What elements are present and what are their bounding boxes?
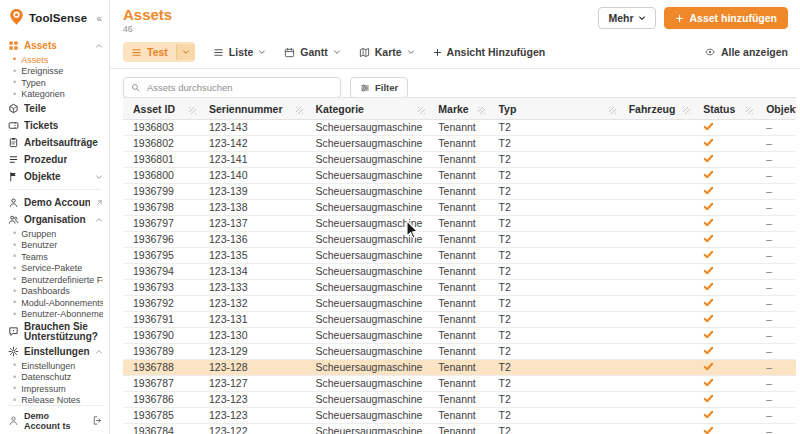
- tab-karte[interactable]: Karte: [359, 46, 415, 58]
- sidebar-item-demo-account[interactable]: Demo Account: [8, 194, 103, 211]
- sidebar-item-teile[interactable]: Teile: [8, 100, 103, 117]
- table-row[interactable]: 1936788123-128ScheuersaugmaschineTenannt…: [123, 360, 796, 376]
- tab-test[interactable]: Test: [123, 42, 195, 62]
- sidebar-item-brauchen-sie-unterstützung[interactable]: Brauchen Sie Unterstützung?: [8, 320, 103, 343]
- sidebar-footer[interactable]: Demo Account ts: [8, 405, 103, 430]
- sidebar-subitem-dashboards[interactable]: •Dashboards: [8, 286, 103, 298]
- table-row[interactable]: 1936793123-133ScheuersaugmaschineTenannt…: [123, 280, 796, 296]
- table-row[interactable]: 1936787123-127ScheuersaugmaschineTenannt…: [123, 376, 796, 392]
- cell-fahrzeug: [619, 360, 693, 376]
- calendar-icon: [284, 47, 295, 58]
- add-view-button[interactable]: Ansicht Hinzufügen: [433, 46, 546, 58]
- sidebar-item-prozedur[interactable]: Prozedur: [8, 151, 103, 168]
- column-header-seriennummer[interactable]: Seriennummer: [199, 98, 306, 120]
- sidebar-subitem-teams[interactable]: •Teams: [8, 251, 103, 263]
- more-button[interactable]: Mehr: [598, 7, 656, 29]
- cell-status: [693, 392, 756, 408]
- table-row[interactable]: 1936798123-138ScheuersaugmaschineTenannt…: [123, 200, 796, 216]
- header-actions: Mehr Asset hinzufügen: [598, 7, 788, 29]
- sidebar-subitem-ereignisse[interactable]: •Ereignisse: [8, 66, 103, 78]
- table-row[interactable]: 1936791123-131ScheuersaugmaschineTenannt…: [123, 312, 796, 328]
- cell-kategorie: Scheuersaugmaschine: [306, 248, 429, 264]
- column-resize-handle[interactable]: [296, 107, 303, 114]
- cell-status: [693, 152, 756, 168]
- table-row[interactable]: 1936801123-141ScheuersaugmaschineTenannt…: [123, 152, 796, 168]
- table-row[interactable]: 1936794123-134ScheuersaugmaschineTenannt…: [123, 264, 796, 280]
- logout-icon[interactable]: [92, 415, 103, 426]
- cell-status: [693, 248, 756, 264]
- search-box: [123, 77, 341, 98]
- cell-fahrzeug: [619, 296, 693, 312]
- column-header-marke[interactable]: Marke: [428, 98, 488, 120]
- table-row[interactable]: 1936790123-130ScheuersaugmaschineTenannt…: [123, 328, 796, 344]
- sidebar-subitem-service-pakete[interactable]: •Service-Pakete: [8, 263, 103, 275]
- sidebar-item-tickets[interactable]: Tickets: [8, 117, 103, 134]
- show-all-button[interactable]: Alle anzeigen: [704, 46, 788, 58]
- search-input[interactable]: [145, 81, 333, 94]
- sidebar-subitem-modul-abonnements[interactable]: •Modul-Abonnements: [8, 297, 103, 309]
- tab-liste[interactable]: Liste: [213, 46, 267, 58]
- add-view-label: Ansicht Hinzufügen: [447, 46, 546, 58]
- column-resize-handle[interactable]: [478, 107, 485, 114]
- table-row[interactable]: 1936784123-122ScheuersaugmaschineTenannt…: [123, 424, 796, 434]
- sidebar-item-objekte[interactable]: Objekte: [8, 168, 103, 185]
- cell-marke: Tenannt: [428, 376, 488, 392]
- sidebar-item-arbeitsaufträge[interactable]: Arbeitsaufträge: [8, 134, 103, 151]
- cell-seriennummer: 123-122: [199, 424, 306, 434]
- check-icon: [703, 121, 714, 132]
- column-header-fahrzeug[interactable]: Fahrzeug: [619, 98, 693, 120]
- table-row[interactable]: 1936800123-140ScheuersaugmaschineTenannt…: [123, 168, 796, 184]
- check-icon: [703, 169, 714, 180]
- filter-button[interactable]: Filter: [350, 77, 408, 98]
- column-resize-handle[interactable]: [189, 107, 196, 114]
- table-row[interactable]: 1936795123-135ScheuersaugmaschineTenannt…: [123, 248, 796, 264]
- sidebar-subitem-release-notes[interactable]: •Release Notes: [8, 395, 103, 406]
- check-icon: [703, 313, 714, 324]
- cell-marke: Tenannt: [428, 392, 488, 408]
- column-header-status[interactable]: Status: [693, 98, 756, 120]
- column-resize-handle[interactable]: [609, 107, 616, 114]
- column-header-kategorie[interactable]: Kategorie: [306, 98, 429, 120]
- table-row[interactable]: 1936796123-136ScheuersaugmaschineTenannt…: [123, 232, 796, 248]
- table-row[interactable]: 1936789123-129ScheuersaugmaschineTenannt…: [123, 344, 796, 360]
- tab-caret[interactable]: [176, 44, 195, 60]
- sidebar-subitem-einstellungen[interactable]: •Einstellungen: [8, 360, 103, 372]
- add-asset-button[interactable]: Asset hinzufügen: [664, 7, 788, 29]
- table-row[interactable]: 1936785123-123ScheuersaugmaschineTenannt…: [123, 408, 796, 424]
- cell-marke: Tenannt: [428, 312, 488, 328]
- sidebar-subitem-benutzerdefinierte-felder[interactable]: •Benutzerdefinierte Felder: [8, 274, 103, 286]
- column-header-asset-id[interactable]: Asset ID: [123, 98, 199, 120]
- cell-objekt: –: [756, 248, 796, 264]
- column-resize-handle[interactable]: [683, 107, 690, 114]
- table-row[interactable]: 1936786123-123ScheuersaugmaschineTenannt…: [123, 392, 796, 408]
- sidebar-subitem-impressum[interactable]: •Impressum: [8, 383, 103, 395]
- sidebar-item-organisation[interactable]: Organisation: [8, 211, 103, 228]
- cell-fahrzeug: [619, 392, 693, 408]
- column-resize-handle[interactable]: [746, 107, 753, 114]
- column-header-objekt[interactable]: Objekt: [756, 98, 796, 120]
- sidebar-subitem-typen[interactable]: •Typen: [8, 77, 103, 89]
- table-row[interactable]: 1936799123-139ScheuersaugmaschineTenannt…: [123, 184, 796, 200]
- column-resize-handle[interactable]: [418, 107, 425, 114]
- column-header-typ[interactable]: Typ: [488, 98, 618, 120]
- sidebar-subitem-kategorien[interactable]: •Kategorien: [8, 89, 103, 101]
- chevron-up-icon: [95, 348, 103, 356]
- collapse-sidebar-button[interactable]: «: [96, 13, 103, 24]
- sidebar-subitem-gruppen[interactable]: •Gruppen: [8, 228, 103, 240]
- table-row[interactable]: 1936797123-137ScheuersaugmaschineTenannt…: [123, 216, 796, 232]
- users-icon: [8, 214, 19, 225]
- table-row[interactable]: 1936792123-132ScheuersaugmaschineTenannt…: [123, 296, 796, 312]
- sidebar-item-assets[interactable]: Assets: [8, 37, 103, 54]
- table-row[interactable]: 1936802123-142ScheuersaugmaschineTenannt…: [123, 136, 796, 152]
- cell-marke: Tenannt: [428, 264, 488, 280]
- table-row[interactable]: 1936803123-143ScheuersaugmaschineTenannt…: [123, 120, 796, 136]
- sidebar-subitem-benutzer[interactable]: •Benutzer: [8, 240, 103, 252]
- external-link-icon: [95, 199, 103, 207]
- sidebar-subitem-benutzer-abonnements[interactable]: •Benutzer-Abonnements: [8, 309, 103, 321]
- assets-table-grid: Asset IDSeriennummerKategorieMarkeTypFah…: [123, 97, 796, 434]
- sidebar-subitem-datenschutz[interactable]: •Datenschutz: [8, 372, 103, 384]
- cell-kategorie: Scheuersaugmaschine: [306, 408, 429, 424]
- sidebar-item-einstellungen[interactable]: Einstellungen: [8, 343, 103, 360]
- tab-gantt[interactable]: Gantt: [284, 46, 340, 58]
- sidebar-subitem-assets[interactable]: •Assets: [8, 54, 103, 66]
